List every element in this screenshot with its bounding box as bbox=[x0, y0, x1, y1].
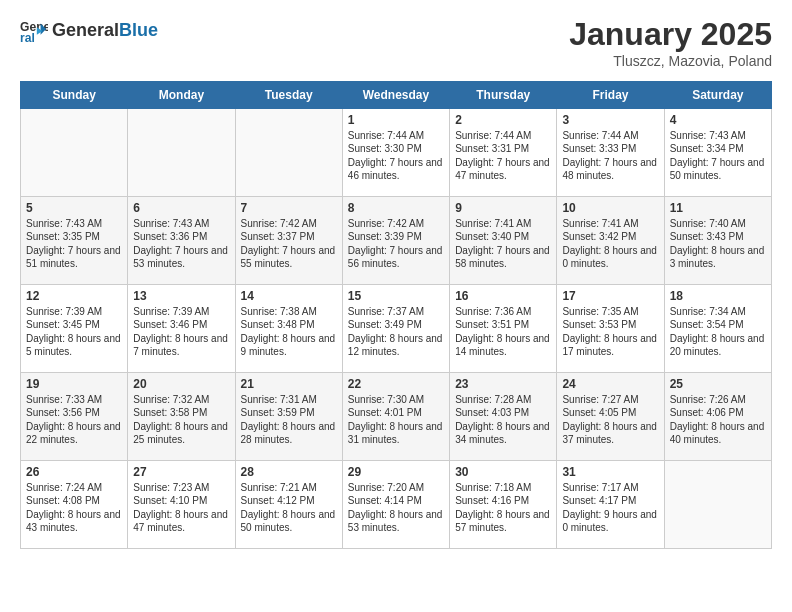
day-number: 14 bbox=[241, 289, 337, 303]
day-number: 31 bbox=[562, 465, 658, 479]
day-info-line: Daylight: 8 hours and 47 minutes. bbox=[133, 508, 229, 534]
day-info-line: Daylight: 8 hours and 7 minutes. bbox=[133, 332, 229, 358]
day-info-line: Sunrise: 7:30 AM bbox=[348, 393, 444, 406]
day-info-line: Sunrise: 7:42 AM bbox=[348, 217, 444, 230]
day-info-line: Sunset: 4:03 PM bbox=[455, 406, 551, 419]
title-block: January 2025 Tluszcz, Mazovia, Poland bbox=[569, 16, 772, 69]
svg-text:ral: ral bbox=[20, 31, 35, 44]
day-info-line: Sunset: 3:40 PM bbox=[455, 230, 551, 243]
calendar-cell: 30Sunrise: 7:18 AMSunset: 4:16 PMDayligh… bbox=[450, 461, 557, 549]
day-info-line: Sunrise: 7:27 AM bbox=[562, 393, 658, 406]
day-info-line: Sunset: 3:48 PM bbox=[241, 318, 337, 331]
day-info-line: Sunrise: 7:37 AM bbox=[348, 305, 444, 318]
day-info-line: Sunset: 3:31 PM bbox=[455, 142, 551, 155]
day-info-line: Daylight: 8 hours and 17 minutes. bbox=[562, 332, 658, 358]
day-info-line: Sunrise: 7:39 AM bbox=[133, 305, 229, 318]
day-number: 5 bbox=[26, 201, 122, 215]
day-number: 2 bbox=[455, 113, 551, 127]
day-info-line: Sunset: 4:08 PM bbox=[26, 494, 122, 507]
day-info-line: Daylight: 8 hours and 57 minutes. bbox=[455, 508, 551, 534]
day-info-line: Daylight: 7 hours and 56 minutes. bbox=[348, 244, 444, 270]
day-number: 20 bbox=[133, 377, 229, 391]
calendar-cell bbox=[21, 109, 128, 197]
logo-text-general: General bbox=[52, 20, 119, 40]
day-info-line: Sunrise: 7:39 AM bbox=[26, 305, 122, 318]
calendar-subtitle: Tluszcz, Mazovia, Poland bbox=[569, 53, 772, 69]
calendar-cell bbox=[235, 109, 342, 197]
day-number: 30 bbox=[455, 465, 551, 479]
calendar-cell: 23Sunrise: 7:28 AMSunset: 4:03 PMDayligh… bbox=[450, 373, 557, 461]
day-info-line: Sunrise: 7:44 AM bbox=[455, 129, 551, 142]
calendar-cell: 10Sunrise: 7:41 AMSunset: 3:42 PMDayligh… bbox=[557, 197, 664, 285]
day-info-line: Sunset: 4:10 PM bbox=[133, 494, 229, 507]
day-info-line: Daylight: 8 hours and 25 minutes. bbox=[133, 420, 229, 446]
day-number: 11 bbox=[670, 201, 766, 215]
calendar-cell: 15Sunrise: 7:37 AMSunset: 3:49 PMDayligh… bbox=[342, 285, 449, 373]
calendar-cell: 17Sunrise: 7:35 AMSunset: 3:53 PMDayligh… bbox=[557, 285, 664, 373]
calendar-cell: 22Sunrise: 7:30 AMSunset: 4:01 PMDayligh… bbox=[342, 373, 449, 461]
day-info-line: Daylight: 7 hours and 50 minutes. bbox=[670, 156, 766, 182]
day-header-thursday: Thursday bbox=[450, 82, 557, 109]
calendar-cell: 27Sunrise: 7:23 AMSunset: 4:10 PMDayligh… bbox=[128, 461, 235, 549]
day-info-line: Sunset: 3:58 PM bbox=[133, 406, 229, 419]
day-info-line: Sunrise: 7:23 AM bbox=[133, 481, 229, 494]
day-info-line: Sunset: 3:54 PM bbox=[670, 318, 766, 331]
day-info-line: Daylight: 8 hours and 14 minutes. bbox=[455, 332, 551, 358]
day-info-line: Sunrise: 7:21 AM bbox=[241, 481, 337, 494]
day-info-line: Sunset: 3:34 PM bbox=[670, 142, 766, 155]
day-header-monday: Monday bbox=[128, 82, 235, 109]
calendar-week-row: 5Sunrise: 7:43 AMSunset: 3:35 PMDaylight… bbox=[21, 197, 772, 285]
day-info-line: Daylight: 8 hours and 34 minutes. bbox=[455, 420, 551, 446]
day-info-line: Daylight: 7 hours and 55 minutes. bbox=[241, 244, 337, 270]
calendar-cell: 2Sunrise: 7:44 AMSunset: 3:31 PMDaylight… bbox=[450, 109, 557, 197]
calendar-cell: 4Sunrise: 7:43 AMSunset: 3:34 PMDaylight… bbox=[664, 109, 771, 197]
day-info-line: Daylight: 8 hours and 40 minutes. bbox=[670, 420, 766, 446]
day-info-line: Sunset: 4:05 PM bbox=[562, 406, 658, 419]
calendar-week-row: 26Sunrise: 7:24 AMSunset: 4:08 PMDayligh… bbox=[21, 461, 772, 549]
day-info-line: Sunset: 3:51 PM bbox=[455, 318, 551, 331]
day-info-line: Sunrise: 7:18 AM bbox=[455, 481, 551, 494]
calendar-cell: 16Sunrise: 7:36 AMSunset: 3:51 PMDayligh… bbox=[450, 285, 557, 373]
day-number: 23 bbox=[455, 377, 551, 391]
calendar-cell: 5Sunrise: 7:43 AMSunset: 3:35 PMDaylight… bbox=[21, 197, 128, 285]
calendar-cell: 9Sunrise: 7:41 AMSunset: 3:40 PMDaylight… bbox=[450, 197, 557, 285]
day-info-line: Sunset: 3:59 PM bbox=[241, 406, 337, 419]
day-header-friday: Friday bbox=[557, 82, 664, 109]
day-info-line: Sunset: 3:43 PM bbox=[670, 230, 766, 243]
calendar-cell: 21Sunrise: 7:31 AMSunset: 3:59 PMDayligh… bbox=[235, 373, 342, 461]
day-info-line: Daylight: 8 hours and 5 minutes. bbox=[26, 332, 122, 358]
day-info-line: Sunrise: 7:40 AM bbox=[670, 217, 766, 230]
day-info-line: Sunset: 3:46 PM bbox=[133, 318, 229, 331]
day-info-line: Sunrise: 7:41 AM bbox=[562, 217, 658, 230]
calendar-table: SundayMondayTuesdayWednesdayThursdayFrid… bbox=[20, 81, 772, 549]
day-info-line: Daylight: 8 hours and 22 minutes. bbox=[26, 420, 122, 446]
day-number: 22 bbox=[348, 377, 444, 391]
day-info-line: Sunrise: 7:28 AM bbox=[455, 393, 551, 406]
day-info-line: Sunrise: 7:42 AM bbox=[241, 217, 337, 230]
calendar-cell bbox=[664, 461, 771, 549]
day-info-line: Daylight: 8 hours and 28 minutes. bbox=[241, 420, 337, 446]
calendar-cell bbox=[128, 109, 235, 197]
day-info-line: Sunset: 3:56 PM bbox=[26, 406, 122, 419]
day-info-line: Sunrise: 7:17 AM bbox=[562, 481, 658, 494]
calendar-cell: 24Sunrise: 7:27 AMSunset: 4:05 PMDayligh… bbox=[557, 373, 664, 461]
calendar-cell: 18Sunrise: 7:34 AMSunset: 3:54 PMDayligh… bbox=[664, 285, 771, 373]
calendar-cell: 6Sunrise: 7:43 AMSunset: 3:36 PMDaylight… bbox=[128, 197, 235, 285]
day-info-line: Sunset: 4:06 PM bbox=[670, 406, 766, 419]
calendar-cell: 7Sunrise: 7:42 AMSunset: 3:37 PMDaylight… bbox=[235, 197, 342, 285]
day-info-line: Sunrise: 7:31 AM bbox=[241, 393, 337, 406]
day-number: 3 bbox=[562, 113, 658, 127]
day-info-line: Sunrise: 7:44 AM bbox=[562, 129, 658, 142]
day-info-line: Daylight: 8 hours and 50 minutes. bbox=[241, 508, 337, 534]
logo-icon: Gene ral bbox=[20, 16, 48, 44]
day-number: 28 bbox=[241, 465, 337, 479]
day-info-line: Daylight: 9 hours and 0 minutes. bbox=[562, 508, 658, 534]
day-info-line: Sunset: 3:45 PM bbox=[26, 318, 122, 331]
day-info-line: Sunrise: 7:43 AM bbox=[670, 129, 766, 142]
day-info-line: Daylight: 7 hours and 46 minutes. bbox=[348, 156, 444, 182]
day-info-line: Daylight: 7 hours and 51 minutes. bbox=[26, 244, 122, 270]
calendar-week-row: 19Sunrise: 7:33 AMSunset: 3:56 PMDayligh… bbox=[21, 373, 772, 461]
day-info-line: Sunset: 3:39 PM bbox=[348, 230, 444, 243]
day-info-line: Daylight: 8 hours and 12 minutes. bbox=[348, 332, 444, 358]
calendar-cell: 11Sunrise: 7:40 AMSunset: 3:43 PMDayligh… bbox=[664, 197, 771, 285]
